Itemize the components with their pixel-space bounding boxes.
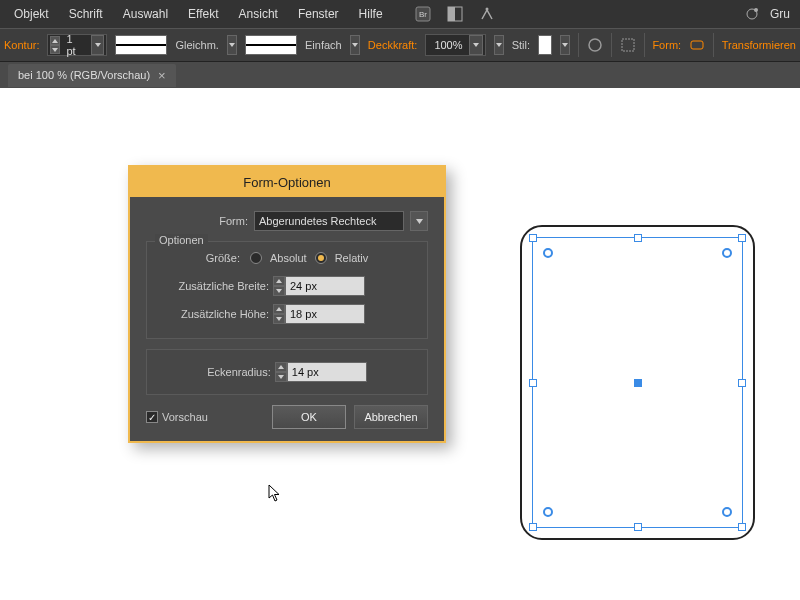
- resize-handle-w[interactable]: [529, 379, 537, 387]
- menu-objekt[interactable]: Objekt: [6, 3, 57, 25]
- brush-swatch[interactable]: [245, 35, 297, 55]
- svg-rect-7: [622, 39, 634, 51]
- stroke-weight-up[interactable]: [50, 36, 60, 45]
- svg-point-6: [589, 39, 601, 51]
- corner-anchor-nw[interactable]: [543, 248, 553, 258]
- brush-dropdown[interactable]: [350, 35, 360, 55]
- svg-text:Br: Br: [419, 10, 427, 19]
- menu-fenster[interactable]: Fenster: [290, 3, 347, 25]
- center-handle[interactable]: [634, 379, 642, 387]
- align-icon[interactable]: [620, 34, 636, 56]
- menu-schrift[interactable]: Schrift: [61, 3, 111, 25]
- recolor-icon[interactable]: [587, 34, 603, 56]
- corner-radius-input[interactable]: [287, 362, 367, 382]
- preview-checkbox-wrap[interactable]: ✓ Vorschau: [146, 411, 208, 423]
- resize-handle-sw[interactable]: [529, 523, 537, 531]
- document-tab-title: bei 100 % (RGB/Vorschau): [18, 69, 150, 81]
- style-dropdown[interactable]: [560, 35, 570, 55]
- stroke-weight-value[interactable]: 1 pt: [60, 33, 90, 57]
- opacity-dropdown[interactable]: [469, 35, 483, 55]
- resize-handle-n[interactable]: [634, 234, 642, 242]
- svg-point-4: [485, 8, 488, 11]
- form-select-dropdown[interactable]: [410, 211, 428, 231]
- cursor-icon: [268, 484, 282, 506]
- stroke-profile-label: Gleichm.: [175, 39, 218, 51]
- corner-anchor-sw[interactable]: [543, 507, 553, 517]
- selection-bbox: [532, 237, 743, 528]
- stroke-weight-dropdown[interactable]: [91, 35, 105, 55]
- resize-handle-s[interactable]: [634, 523, 642, 531]
- svg-point-5: [754, 8, 758, 12]
- corner-radius-down[interactable]: [275, 372, 287, 382]
- arrange-icon[interactable]: [445, 4, 465, 24]
- menu-auswahl[interactable]: Auswahl: [115, 3, 176, 25]
- form-label[interactable]: Form:: [652, 39, 681, 51]
- transform-label[interactable]: Transformieren: [722, 39, 796, 51]
- brush-label: Einfach: [305, 39, 342, 51]
- extra-height-input[interactable]: [285, 304, 365, 324]
- size-absolute-label: Absolut: [270, 252, 307, 264]
- rounded-rectangle-shape[interactable]: [520, 225, 755, 540]
- corner-group: Eckenradius:: [146, 349, 428, 395]
- size-absolute-radio[interactable]: [250, 252, 262, 264]
- stroke-weight-down[interactable]: [50, 45, 60, 54]
- cancel-button[interactable]: Abbrechen: [354, 405, 428, 429]
- form-select[interactable]: [254, 211, 404, 231]
- dialog-titlebar[interactable]: Form-Optionen: [130, 167, 444, 197]
- shape-rect-icon[interactable]: [689, 34, 705, 56]
- extra-height-up[interactable]: [273, 304, 285, 314]
- sync-icon[interactable]: [742, 4, 762, 24]
- stroke-label: Kontur:: [4, 39, 39, 51]
- tool-icon[interactable]: [477, 4, 497, 24]
- stroke-profile-swatch[interactable]: [115, 35, 167, 55]
- shape-options-dialog: Form-Optionen Form: Optionen Größe: Abso…: [128, 165, 446, 443]
- resize-handle-e[interactable]: [738, 379, 746, 387]
- resize-handle-nw[interactable]: [529, 234, 537, 242]
- options-group: Optionen Größe: Absolut Relativ Zusätzli…: [146, 241, 428, 339]
- svg-rect-8: [691, 41, 703, 49]
- stroke-profile-dropdown[interactable]: [227, 35, 237, 55]
- extra-width-label: Zusätzliche Breite:: [159, 280, 269, 292]
- control-bar: Kontur: 1 pt Gleichm. Einfach Deckkraft:…: [0, 28, 800, 62]
- document-tabbar: bei 100 % (RGB/Vorschau) ×: [0, 62, 800, 88]
- resize-handle-se[interactable]: [738, 523, 746, 531]
- form-select-label: Form:: [219, 215, 248, 227]
- stroke-weight-field[interactable]: 1 pt: [47, 34, 107, 56]
- document-tab[interactable]: bei 100 % (RGB/Vorschau) ×: [8, 64, 176, 87]
- main-menubar: Objekt Schrift Auswahl Effekt Ansicht Fe…: [0, 0, 800, 28]
- extra-width-up[interactable]: [273, 276, 285, 286]
- opacity-label: Deckkraft:: [368, 39, 418, 51]
- extra-height-down[interactable]: [273, 314, 285, 324]
- bridge-icon[interactable]: Br: [413, 4, 433, 24]
- size-label: Größe:: [206, 252, 240, 264]
- tab-close-icon[interactable]: ×: [158, 68, 166, 83]
- corner-anchor-ne[interactable]: [722, 248, 732, 258]
- dialog-title: Form-Optionen: [243, 175, 330, 190]
- style-swatch[interactable]: [538, 35, 552, 55]
- size-relative-radio[interactable]: [315, 252, 327, 264]
- opacity-field[interactable]: 100%: [425, 34, 485, 56]
- corner-radius-label: Eckenradius:: [207, 366, 271, 378]
- opacity-value[interactable]: 100%: [428, 39, 468, 51]
- preview-label: Vorschau: [162, 411, 208, 423]
- selected-shape[interactable]: [520, 225, 755, 540]
- extra-height-label: Zusätzliche Höhe:: [159, 308, 269, 320]
- size-relative-label: Relativ: [335, 252, 369, 264]
- resize-handle-ne[interactable]: [738, 234, 746, 242]
- workspace-label[interactable]: Gru: [770, 7, 794, 21]
- preview-checkbox[interactable]: ✓: [146, 411, 158, 423]
- ok-button[interactable]: OK: [272, 405, 346, 429]
- menu-effekt[interactable]: Effekt: [180, 3, 226, 25]
- menu-ansicht[interactable]: Ansicht: [231, 3, 286, 25]
- corner-anchor-se[interactable]: [722, 507, 732, 517]
- style-label: Stil:: [512, 39, 530, 51]
- svg-rect-3: [448, 7, 455, 21]
- extra-width-down[interactable]: [273, 286, 285, 296]
- opacity-flyout[interactable]: [494, 35, 504, 55]
- extra-width-input[interactable]: [285, 276, 365, 296]
- menu-hilfe[interactable]: Hilfe: [351, 3, 391, 25]
- corner-radius-up[interactable]: [275, 362, 287, 372]
- options-group-label: Optionen: [155, 234, 208, 246]
